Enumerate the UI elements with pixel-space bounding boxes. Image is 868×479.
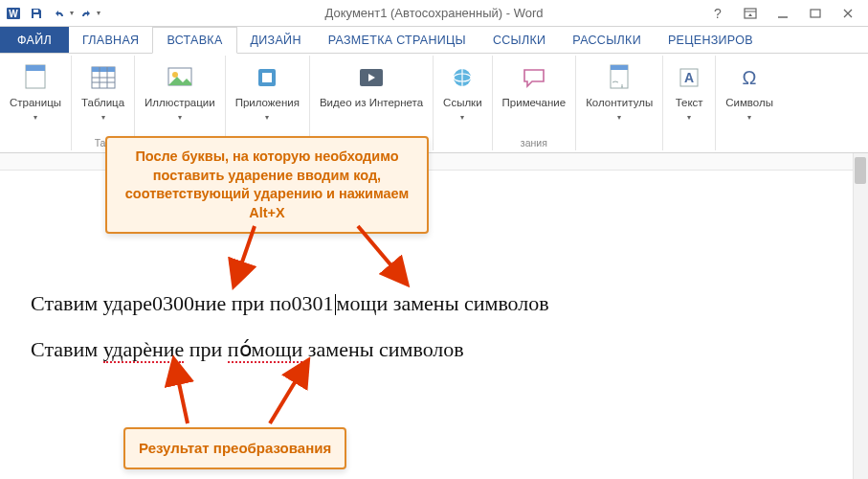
line2-part-a: Ставим [31,337,103,361]
tab-mailings[interactable]: РАССЫЛКИ [559,27,655,53]
tab-insert[interactable]: ВСТАВКА [152,27,236,54]
arrow-top-right [352,226,419,286]
group-links: Ссылки ▾ [434,56,493,150]
svg-point-17 [172,72,178,78]
svg-rect-9 [26,65,45,71]
close-icon[interactable] [839,5,857,22]
text-button[interactable]: A Текст ▾ [669,59,709,124]
save-icon[interactable] [27,4,46,23]
comment-icon [518,61,550,94]
window-title: Документ1 (Автосохраненный) - Word [325,6,544,20]
group-pages: Страницы ▾ [0,56,72,150]
pages-button[interactable]: Страницы ▾ [6,59,65,124]
group-headerfooter: Колонтитулы ▾ [576,56,663,150]
svg-line-34 [176,370,188,423]
quick-access-toolbar: W ▾ ▾ [0,4,106,23]
text-cursor [335,294,336,315]
svg-line-35 [270,370,302,423]
line1-part-e: мощи замены символов [337,291,549,315]
tab-review[interactable]: РЕЦЕНЗИРОВ [655,27,767,53]
table-button[interactable]: Таблица ▾ [78,59,128,124]
chevron-down-icon: ▾ [747,113,751,122]
svg-rect-19 [262,73,272,82]
links-button[interactable]: Ссылки ▾ [439,59,486,124]
text-label: Текст [676,97,703,109]
maximize-icon[interactable] [807,5,824,22]
apps-label: Приложения [235,97,300,109]
document-line-1[interactable]: Ставим ударе0300ние при по0301мощи замен… [31,291,830,316]
arrow-bottom-left [163,364,211,434]
ribbon-display-icon[interactable] [742,5,759,22]
chevron-down-icon: ▾ [617,113,621,122]
chevron-down-icon: ▾ [178,113,182,122]
text-icon: A [673,61,705,94]
svg-rect-26 [611,65,628,70]
svg-text:Ω: Ω [743,67,757,88]
help-icon[interactable]: ? [709,5,726,22]
links-icon [446,61,479,94]
video-icon [355,61,388,94]
group-symbols: Ω Символы ▾ [716,56,783,150]
illustrations-label: Иллюстрации [145,97,215,109]
group-label-comments: зания [521,137,547,148]
qat-customize-dropdown[interactable]: ▾ [97,9,100,17]
line1-code-0301: 0301 [292,291,334,315]
headerfooter-button[interactable]: Колонтитулы ▾ [582,59,657,124]
illustrations-button[interactable]: Иллюстрации ▾ [141,59,219,124]
headerfooter-icon [603,61,635,94]
pages-label: Страницы [10,97,61,109]
headerfooter-label: Колонтитулы [586,97,653,109]
line2-part-c: при [184,337,228,361]
apps-button[interactable]: Приложения ▾ [232,59,303,124]
word-icon: W [4,4,23,23]
comment-label: Примечание [502,97,567,109]
symbols-label: Символы [725,97,773,109]
svg-line-32 [237,226,255,276]
line1-part-c: ние при по [194,291,292,315]
chevron-down-icon: ▾ [265,113,269,122]
arrow-bottom-right [264,364,322,434]
video-label: Видео из Интернета [320,97,423,109]
line1-code-0300: 0300 [152,291,194,315]
symbols-icon: Ω [733,61,766,94]
chevron-down-icon: ▾ [101,113,105,122]
table-label: Таблица [81,97,124,109]
svg-rect-2 [33,10,38,12]
window-controls: ? [709,5,868,22]
ribbon-tabs: ФАЙЛ ГЛАВНАЯ ВСТАВКА ДИЗАЙН РАЗМЕТКА СТР… [0,27,868,54]
callout-instruction: После буквы, на которую необходимо поста… [105,136,429,234]
line2-word-pomoshchi: по́мощи [228,337,302,363]
minimize-icon[interactable] [774,5,791,22]
tab-references[interactable]: ССЫЛКИ [479,27,559,53]
tab-design[interactable]: ДИЗАЙН [237,27,315,53]
tab-home[interactable]: ГЛАВНАЯ [69,27,152,53]
chevron-down-icon: ▾ [687,113,691,122]
svg-text:A: A [684,70,694,85]
svg-rect-3 [33,14,39,18]
callout-result: Результат преобразования [123,427,346,469]
chevron-down-icon: ▾ [33,113,37,122]
line1-part-a: Ставим ударе [31,291,152,315]
title-bar: W ▾ ▾ Документ1 (Автосохраненный) - Word… [0,0,868,27]
line2-word-udarenie: ударѐние [103,337,185,363]
document-line-2[interactable]: Ставим ударѐние при по́мощи замены симво… [31,337,830,362]
symbols-button[interactable]: Ω Символы ▾ [722,59,777,124]
group-comments: Примечание зания [493,56,577,150]
chevron-down-icon: ▾ [460,113,464,122]
illustrations-icon [164,61,196,94]
comment-button[interactable]: Примечание [499,59,570,111]
pages-icon [19,61,52,94]
undo-icon[interactable] [50,4,69,23]
links-label: Ссылки [443,97,482,109]
svg-text:W: W [9,9,18,19]
redo-icon[interactable] [77,4,96,23]
undo-dropdown[interactable]: ▾ [70,9,74,17]
group-text: A Текст ▾ [663,56,716,150]
tab-layout[interactable]: РАЗМЕТКА СТРАНИЦЫ [315,27,479,53]
apps-icon [251,61,283,94]
tab-file[interactable]: ФАЙЛ [0,27,69,53]
table-icon [87,61,120,94]
video-button[interactable]: Видео из Интернета [316,59,427,111]
line2-part-e: замены символов [302,337,463,361]
arrow-top-left [230,226,278,286]
